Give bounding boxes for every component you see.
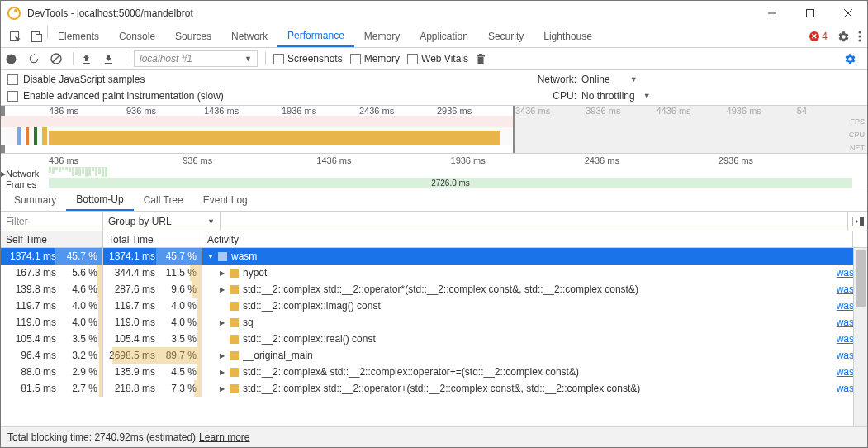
expand-icon[interactable]: ▼ [207, 253, 214, 260]
reload-icon[interactable] [28, 53, 43, 64]
tab-application[interactable]: Application [410, 26, 478, 47]
activity-name: wasm [231, 250, 821, 262]
cpu-label: CPU: [527, 90, 576, 102]
filter-input[interactable]: Filter [1, 212, 103, 231]
activity-color-icon [230, 318, 239, 327]
download-icon[interactable] [103, 54, 118, 64]
vertical-scrollbar[interactable] [853, 248, 867, 426]
cpu-lane-label: CPU [842, 131, 865, 139]
sub-tab-summary[interactable]: Summary [4, 188, 66, 211]
tab-network[interactable]: Network [221, 26, 277, 47]
timeline-overview[interactable]: 436 ms936 ms1436 ms1936 ms2436 ms2936 ms… [1, 106, 867, 154]
expand-icon[interactable]: ▶ [219, 269, 225, 277]
svg-rect-13 [83, 63, 90, 64]
cpu-select[interactable]: No throttling▼ [581, 90, 651, 102]
status-text: Total blocking time: 2740.92ms (estimate… [7, 431, 196, 443]
sub-tab-bottom-up[interactable]: Bottom-Up [66, 188, 133, 211]
inspect-icon[interactable] [4, 26, 26, 47]
performance-toolbar: localhost #1▼ ScreenshotsMemoryWeb Vital… [1, 48, 867, 70]
activity-color-icon [230, 302, 239, 311]
table-row[interactable]: 105.4 ms3.5 %105.4 ms3.5 %std::__2::comp… [1, 331, 867, 347]
svg-rect-16 [860, 217, 864, 226]
tab-performance[interactable]: Performance [277, 26, 354, 47]
group-select[interactable]: Group by URL▼ [103, 212, 221, 231]
table-row[interactable]: 81.5 ms2.7 %218.8 ms7.3 %▶std::__2::comp… [1, 380, 867, 397]
capture-settings-icon[interactable] [844, 53, 862, 65]
activity-name: std::__2::complex std::__2::operator+(st… [243, 383, 821, 394]
frames-lane-label: Frames [6, 179, 36, 189]
upload-icon[interactable] [81, 54, 96, 64]
checkbox-web-vitals[interactable]: Web Vitals [407, 53, 468, 64]
clear-icon[interactable] [50, 53, 65, 64]
table-row[interactable]: 96.4 ms3.2 %2698.5 ms89.7 %▶__original_m… [1, 347, 867, 364]
activity-color-icon [230, 335, 239, 344]
checkbox-memory[interactable]: Memory [350, 53, 400, 64]
svg-point-10 [7, 54, 17, 64]
error-badge[interactable]: ✕ 4 [809, 26, 828, 47]
sub-tab-call-tree[interactable]: Call Tree [134, 188, 193, 211]
col-activity[interactable]: Activity [202, 231, 852, 247]
activity-name: hypot [243, 267, 821, 279]
activity-color-icon [230, 368, 239, 377]
col-total-time[interactable]: Total Time [103, 231, 202, 247]
svg-point-9 [859, 40, 861, 42]
minimize-button[interactable] [753, 1, 791, 26]
table-row[interactable]: 1374.1 ms45.7 %1374.1 ms45.7 %▼wasm [1, 248, 867, 265]
learn-more-link[interactable]: Learn more [199, 431, 249, 443]
tab-sources[interactable]: Sources [165, 26, 221, 47]
frames-bar[interactable]: 2726.0 ms [49, 178, 852, 188]
expand-icon[interactable]: ▶ [219, 319, 225, 326]
error-icon: ✕ [809, 31, 819, 41]
devtools-top-tabs: ElementsConsoleSourcesNetworkPerformance… [1, 26, 867, 48]
table-row[interactable]: 119.0 ms4.0 %119.0 ms4.0 %▶sqwasm [1, 314, 867, 331]
tab-elements[interactable]: Elements [48, 26, 109, 47]
activity-color-icon [230, 384, 239, 393]
details-tabs: SummaryBottom-UpCall TreeEvent Log [1, 188, 867, 212]
expand-icon[interactable]: ▶ [219, 369, 225, 376]
tab-memory[interactable]: Memory [354, 26, 410, 47]
capture-settings: Disable JavaScript samples Enable advanc… [1, 70, 867, 106]
devtools-icon [7, 7, 21, 20]
table-row[interactable]: 88.0 ms2.9 %135.9 ms4.5 %▶std::__2::comp… [1, 364, 867, 380]
table-row[interactable]: 139.8 ms4.6 %287.6 ms9.6 %▶std::__2::com… [1, 281, 867, 298]
net-lane-label: NET [842, 144, 865, 152]
activity-color-icon [218, 252, 227, 261]
record-icon[interactable] [6, 54, 21, 64]
network-select[interactable]: Online▼ [581, 74, 638, 85]
device-toggle-icon[interactable] [26, 26, 47, 47]
flamechart-overview[interactable]: 436 ms936 ms1436 ms1936 ms2436 ms2936 ms… [1, 154, 867, 188]
delete-icon[interactable] [476, 53, 491, 64]
disable-js-checkbox[interactable] [7, 74, 18, 85]
activity-name: sq [243, 317, 821, 328]
activity-color-icon [230, 285, 239, 294]
activity-name: __original_main [243, 350, 821, 361]
sub-tab-event-log[interactable]: Event Log [193, 188, 258, 211]
paint-checkbox[interactable] [7, 91, 18, 102]
more-icon[interactable] [852, 26, 867, 47]
col-self-time[interactable]: Self Time [1, 231, 103, 247]
activity-name: std::__2::complex std::__2::operator*(st… [243, 284, 821, 295]
checkbox-screenshots[interactable]: Screenshots [273, 53, 343, 64]
table-header: Self Time Total Time Activity [1, 231, 867, 248]
settings-icon[interactable] [834, 26, 852, 47]
heaviest-stack-icon[interactable] [847, 212, 867, 231]
activity-name: std::__2::complex::real() const [243, 333, 821, 345]
table-row[interactable]: 119.7 ms4.0 %119.7 ms4.0 %std::__2::comp… [1, 298, 867, 314]
paint-label: Enable advanced paint instrumentation (s… [23, 90, 224, 102]
tab-lighthouse[interactable]: Lighthouse [534, 26, 602, 47]
svg-rect-6 [36, 34, 41, 41]
activity-color-icon [230, 351, 239, 360]
maximize-button[interactable] [791, 1, 829, 26]
tab-security[interactable]: Security [478, 26, 534, 47]
table-row[interactable]: 167.3 ms5.6 %344.4 ms11.5 %▶hypotwasm [1, 265, 867, 281]
error-count: 4 [822, 31, 828, 42]
svg-line-12 [53, 55, 59, 62]
close-button[interactable] [829, 1, 867, 26]
expand-icon[interactable]: ▶ [219, 385, 225, 393]
expand-icon[interactable]: ▶ [219, 286, 225, 293]
svg-point-8 [859, 36, 861, 38]
expand-icon[interactable]: ▶ [219, 352, 225, 360]
context-select[interactable]: localhost #1▼ [134, 50, 258, 67]
svg-point-7 [859, 31, 861, 34]
tab-console[interactable]: Console [109, 26, 165, 47]
